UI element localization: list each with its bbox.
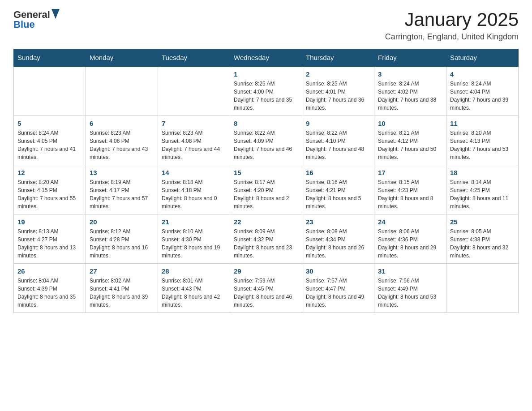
- day-number: 30: [306, 267, 370, 275]
- title-block: January 2025 Carrington, England, United…: [385, 9, 519, 42]
- day-number: 21: [162, 218, 226, 226]
- day-info: Sunrise: 8:14 AM Sunset: 4:25 PM Dayligh…: [450, 178, 515, 210]
- day-number: 22: [234, 218, 298, 226]
- page-header: General Blue January 2025 Carrington, En…: [13, 9, 519, 42]
- calendar-cell: 12Sunrise: 8:20 AM Sunset: 4:15 PM Dayli…: [14, 165, 86, 214]
- calendar-cell: [14, 66, 86, 116]
- week-row-1: 1Sunrise: 8:25 AM Sunset: 4:00 PM Daylig…: [14, 66, 519, 116]
- day-info: Sunrise: 8:01 AM Sunset: 4:43 PM Dayligh…: [162, 277, 226, 309]
- calendar-cell: 6Sunrise: 8:23 AM Sunset: 4:06 PM Daylig…: [86, 116, 158, 165]
- week-row-4: 19Sunrise: 8:13 AM Sunset: 4:27 PM Dayli…: [14, 214, 519, 264]
- day-info: Sunrise: 8:16 AM Sunset: 4:21 PM Dayligh…: [306, 178, 370, 210]
- day-info: Sunrise: 8:22 AM Sunset: 4:10 PM Dayligh…: [306, 129, 370, 161]
- day-number: 10: [378, 120, 442, 127]
- calendar-cell: 21Sunrise: 8:10 AM Sunset: 4:30 PM Dayli…: [158, 214, 230, 264]
- column-header-wednesday: Wednesday: [230, 49, 302, 67]
- day-number: 27: [90, 267, 154, 275]
- calendar-cell: 25Sunrise: 8:05 AM Sunset: 4:38 PM Dayli…: [446, 214, 519, 264]
- calendar-cell: 23Sunrise: 8:08 AM Sunset: 4:34 PM Dayli…: [302, 214, 374, 264]
- calendar-cell: 15Sunrise: 8:17 AM Sunset: 4:20 PM Dayli…: [230, 165, 302, 214]
- day-number: 8: [234, 120, 298, 127]
- day-info: Sunrise: 8:10 AM Sunset: 4:30 PM Dayligh…: [162, 227, 226, 260]
- column-header-friday: Friday: [374, 49, 446, 67]
- calendar-cell: 20Sunrise: 8:12 AM Sunset: 4:28 PM Dayli…: [86, 214, 158, 264]
- day-number: 3: [378, 70, 442, 78]
- day-number: 29: [234, 267, 298, 275]
- day-number: 9: [306, 120, 370, 127]
- calendar-cell: 19Sunrise: 8:13 AM Sunset: 4:27 PM Dayli…: [14, 214, 86, 264]
- calendar-cell: 22Sunrise: 8:09 AM Sunset: 4:32 PM Dayli…: [230, 214, 302, 264]
- calendar-cell: [86, 66, 158, 116]
- day-number: 11: [450, 120, 515, 127]
- day-number: 5: [17, 120, 82, 127]
- day-info: Sunrise: 8:04 AM Sunset: 4:39 PM Dayligh…: [17, 277, 82, 309]
- day-info: Sunrise: 8:22 AM Sunset: 4:09 PM Dayligh…: [234, 129, 298, 161]
- calendar-cell: 30Sunrise: 7:57 AM Sunset: 4:47 PM Dayli…: [302, 264, 374, 313]
- day-info: Sunrise: 8:13 AM Sunset: 4:27 PM Dayligh…: [17, 227, 82, 260]
- day-number: 18: [450, 169, 515, 176]
- day-info: Sunrise: 8:20 AM Sunset: 4:13 PM Dayligh…: [450, 129, 515, 161]
- calendar-table: SundayMondayTuesdayWednesdayThursdayFrid…: [13, 49, 519, 313]
- day-number: 31: [378, 267, 442, 275]
- day-number: 25: [450, 218, 515, 226]
- day-info: Sunrise: 7:56 AM Sunset: 4:49 PM Dayligh…: [378, 277, 442, 309]
- day-info: Sunrise: 8:24 AM Sunset: 4:02 PM Dayligh…: [378, 80, 442, 112]
- day-info: Sunrise: 8:06 AM Sunset: 4:36 PM Dayligh…: [378, 227, 442, 260]
- calendar-cell: 11Sunrise: 8:20 AM Sunset: 4:13 PM Dayli…: [446, 116, 519, 165]
- calendar-cell: 18Sunrise: 8:14 AM Sunset: 4:25 PM Dayli…: [446, 165, 519, 214]
- day-info: Sunrise: 8:17 AM Sunset: 4:20 PM Dayligh…: [234, 178, 298, 210]
- week-row-3: 12Sunrise: 8:20 AM Sunset: 4:15 PM Dayli…: [14, 165, 519, 214]
- header-row: SundayMondayTuesdayWednesdayThursdayFrid…: [14, 49, 519, 67]
- calendar-cell: 13Sunrise: 8:19 AM Sunset: 4:17 PM Dayli…: [86, 165, 158, 214]
- day-info: Sunrise: 8:23 AM Sunset: 4:08 PM Dayligh…: [162, 129, 226, 161]
- calendar-cell: 10Sunrise: 8:21 AM Sunset: 4:12 PM Dayli…: [374, 116, 446, 165]
- day-info: Sunrise: 8:24 AM Sunset: 4:04 PM Dayligh…: [450, 80, 515, 112]
- day-number: 19: [17, 218, 82, 226]
- week-row-5: 26Sunrise: 8:04 AM Sunset: 4:39 PM Dayli…: [14, 264, 519, 313]
- calendar-cell: 27Sunrise: 8:02 AM Sunset: 4:41 PM Dayli…: [86, 264, 158, 313]
- day-info: Sunrise: 8:25 AM Sunset: 4:00 PM Dayligh…: [234, 80, 298, 112]
- day-number: 1: [234, 70, 298, 78]
- day-info: Sunrise: 8:09 AM Sunset: 4:32 PM Dayligh…: [234, 227, 298, 260]
- column-header-tuesday: Tuesday: [158, 49, 230, 67]
- day-number: 28: [162, 267, 226, 275]
- calendar-cell: 7Sunrise: 8:23 AM Sunset: 4:08 PM Daylig…: [158, 116, 230, 165]
- day-number: 7: [162, 120, 226, 127]
- day-info: Sunrise: 8:21 AM Sunset: 4:12 PM Dayligh…: [378, 129, 442, 161]
- calendar-cell: 5Sunrise: 8:24 AM Sunset: 4:05 PM Daylig…: [14, 116, 86, 165]
- week-row-2: 5Sunrise: 8:24 AM Sunset: 4:05 PM Daylig…: [14, 116, 519, 165]
- day-info: Sunrise: 8:20 AM Sunset: 4:15 PM Dayligh…: [17, 178, 82, 210]
- calendar-subtitle: Carrington, England, United Kingdom: [385, 32, 519, 42]
- day-info: Sunrise: 8:08 AM Sunset: 4:34 PM Dayligh…: [306, 227, 370, 260]
- column-header-monday: Monday: [86, 49, 158, 67]
- column-header-sunday: Sunday: [14, 49, 86, 67]
- calendar-cell: 4Sunrise: 8:24 AM Sunset: 4:04 PM Daylig…: [446, 66, 519, 116]
- day-info: Sunrise: 8:12 AM Sunset: 4:28 PM Dayligh…: [90, 227, 154, 260]
- day-number: 20: [90, 218, 154, 226]
- logo: General Blue: [13, 9, 60, 30]
- day-info: Sunrise: 8:18 AM Sunset: 4:18 PM Dayligh…: [162, 178, 226, 210]
- day-number: 12: [17, 169, 82, 176]
- day-info: Sunrise: 8:24 AM Sunset: 4:05 PM Dayligh…: [17, 129, 82, 161]
- calendar-cell: 28Sunrise: 8:01 AM Sunset: 4:43 PM Dayli…: [158, 264, 230, 313]
- column-header-thursday: Thursday: [302, 49, 374, 67]
- calendar-cell: 14Sunrise: 8:18 AM Sunset: 4:18 PM Dayli…: [158, 165, 230, 214]
- logo-blue-text: Blue: [13, 19, 35, 30]
- day-info: Sunrise: 8:15 AM Sunset: 4:23 PM Dayligh…: [378, 178, 442, 210]
- calendar-cell: [158, 66, 230, 116]
- day-info: Sunrise: 8:23 AM Sunset: 4:06 PM Dayligh…: [90, 129, 154, 161]
- day-number: 23: [306, 218, 370, 226]
- day-number: 13: [90, 169, 154, 176]
- calendar-cell: 29Sunrise: 7:59 AM Sunset: 4:45 PM Dayli…: [230, 264, 302, 313]
- calendar-cell: [446, 264, 519, 313]
- day-info: Sunrise: 7:59 AM Sunset: 4:45 PM Dayligh…: [234, 277, 298, 309]
- calendar-cell: 3Sunrise: 8:24 AM Sunset: 4:02 PM Daylig…: [374, 66, 446, 116]
- day-number: 2: [306, 70, 370, 78]
- calendar-cell: 31Sunrise: 7:56 AM Sunset: 4:49 PM Dayli…: [374, 264, 446, 313]
- day-number: 17: [378, 169, 442, 176]
- column-header-saturday: Saturday: [446, 49, 519, 67]
- day-number: 6: [90, 120, 154, 127]
- calendar-cell: 16Sunrise: 8:16 AM Sunset: 4:21 PM Dayli…: [302, 165, 374, 214]
- day-number: 26: [17, 267, 82, 275]
- day-number: 4: [450, 70, 515, 78]
